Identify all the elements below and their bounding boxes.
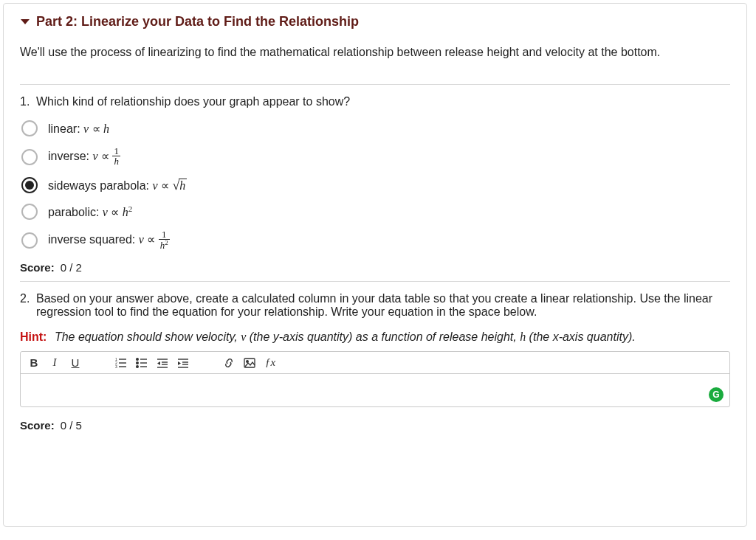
section-title: Part 2: Linearize your Data to Find the … [36, 14, 359, 30]
radio-icon [21, 204, 38, 220]
question-2: 2. Based on your answer above, create a … [20, 281, 730, 432]
svg-marker-22 [178, 361, 181, 365]
question-1: 1. Which kind of relationship does your … [20, 84, 730, 274]
question-2-hint: Hint: The equation should show velocity,… [20, 330, 730, 344]
image-icon[interactable] [244, 358, 255, 368]
score-label: Score: [20, 261, 55, 274]
underline-button[interactable]: U [69, 356, 81, 369]
editor-body[interactable]: G [21, 374, 729, 406]
indent-icon[interactable] [177, 358, 189, 368]
option-sideways-parabola[interactable]: sideways parabola: v ∝ √h [21, 177, 730, 193]
intro-text: We'll use the process of linearizing to … [20, 46, 730, 59]
link-icon[interactable] [223, 358, 235, 368]
radio-icon [21, 232, 38, 249]
grammarly-icon[interactable]: G [709, 387, 724, 402]
radio-icon [21, 149, 38, 165]
svg-marker-17 [157, 361, 160, 365]
score-value: 0 / 5 [61, 419, 82, 432]
score-label: Score: [20, 419, 55, 432]
question-1-prompt: 1. Which kind of relationship does your … [20, 95, 730, 108]
svg-point-7 [137, 359, 139, 361]
option-label: inverse squared: v ∝ 1h2 [48, 230, 170, 251]
question-text: Which kind of relationship does your gra… [36, 95, 730, 108]
question-1-options: linear: v ∝ h inverse: v ∝ 1h sideways p… [20, 120, 730, 251]
option-label: sideways parabola: v ∝ √h [48, 179, 187, 193]
hint-label: Hint: [20, 330, 47, 343]
question-number: 2. [20, 292, 36, 319]
question-number: 1. [20, 95, 36, 108]
outdent-icon[interactable] [157, 358, 168, 368]
option-label: linear: v ∝ h [48, 122, 109, 136]
bold-button[interactable]: B [28, 356, 40, 369]
option-inverse-squared[interactable]: inverse squared: v ∝ 1h2 [21, 230, 730, 251]
svg-point-8 [137, 362, 139, 364]
question-text: Based on your answer above, create a cal… [36, 292, 730, 319]
unordered-list-icon[interactable] [136, 358, 148, 368]
svg-point-24 [247, 361, 249, 363]
svg-marker-0 [21, 19, 30, 24]
svg-point-9 [137, 366, 139, 368]
equation-button[interactable]: ƒx [264, 356, 276, 369]
section-header[interactable]: Part 2: Linearize your Data to Find the … [20, 14, 730, 30]
hint-text: The equation should show velocity, v (th… [55, 330, 636, 343]
option-parabolic[interactable]: parabolic: v ∝ h2 [21, 204, 730, 220]
question-2-prompt: 2. Based on your answer above, create a … [20, 292, 730, 319]
option-inverse[interactable]: inverse: v ∝ 1h [21, 147, 730, 167]
rich-text-editor: B I U 123 [20, 351, 730, 407]
chevron-down-icon [20, 16, 30, 28]
svg-text:3: 3 [115, 364, 117, 368]
radio-icon-selected [21, 177, 38, 193]
italic-button[interactable]: I [49, 356, 61, 369]
question-1-score: Score:0 / 2 [20, 261, 730, 274]
ordered-list-icon[interactable]: 123 [115, 358, 127, 368]
option-label: inverse: v ∝ 1h [48, 147, 120, 167]
assignment-card: Part 2: Linearize your Data to Find the … [3, 3, 747, 527]
editor-toolbar: B I U 123 [21, 352, 729, 374]
score-value: 0 / 2 [61, 261, 82, 274]
radio-icon [21, 120, 38, 136]
option-label: parabolic: v ∝ h2 [48, 204, 132, 219]
question-2-score: Score:0 / 5 [20, 419, 730, 432]
option-linear[interactable]: linear: v ∝ h [21, 120, 730, 136]
